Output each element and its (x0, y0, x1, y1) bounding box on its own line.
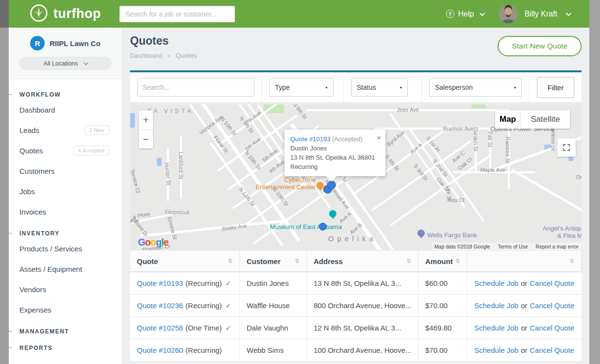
quote-link[interactable]: Quote #10236 (137, 301, 183, 310)
angels-antiques-label[interactable]: Angel's Antiqu & Flea M (528, 225, 582, 239)
map-zoom-control: + − (139, 111, 153, 149)
amount-cell: $70.00 (418, 295, 467, 316)
locations-label: All Locations (44, 60, 78, 67)
sort-icon[interactable]: ⇅ (406, 258, 411, 265)
street-label: Brannon Ave (443, 126, 474, 132)
column-header[interactable]: Customer ⇅ (240, 251, 307, 271)
sidebar-item-label: Leads (19, 126, 39, 134)
pond (568, 157, 573, 161)
sidebar-item[interactable]: Jobs (9, 181, 122, 201)
cyberzone-pin-icon[interactable] (317, 182, 324, 189)
museum-label[interactable]: Museum of East Alabama (270, 223, 342, 231)
brand-logo[interactable]: turfhop (29, 3, 101, 25)
sidebar-item-label: Customers (19, 167, 55, 175)
fullscreen-button[interactable] (557, 138, 576, 157)
select-caret-icon: ▾ (400, 85, 402, 90)
museum-pin-icon[interactable] (329, 210, 336, 217)
section-dashes: --- (9, 230, 12, 235)
cancel-quote-link[interactable]: Cancel Quote (530, 346, 574, 354)
actions-cell: Schedule Job or Cancel Quote (467, 272, 582, 294)
sidebar-item[interactable]: Vendors (9, 279, 122, 299)
cancel-quote-link[interactable]: Cancel Quote (530, 301, 574, 310)
quote-link[interactable]: Quote #10193 (137, 279, 183, 287)
sort-icon[interactable]: ⇅ (455, 258, 460, 265)
user-menu[interactable]: Billy Kraft (524, 10, 557, 18)
wells-fargo-pin-icon[interactable]: $ (417, 230, 425, 237)
quote-cell: Quote #10193 (Recurring) ✓ (130, 272, 240, 294)
breadcrumb-dashboard[interactable]: Dashboard (130, 52, 162, 59)
popup-quote-link[interactable]: Quote #10193 (290, 135, 330, 143)
type-select[interactable]: Type ▾ (269, 78, 333, 97)
sidebar-item[interactable]: Expenses (9, 299, 122, 320)
fullscreen-icon (563, 144, 570, 151)
company-avatar: R (30, 36, 45, 50)
sidebar-item[interactable]: Leads 2 New (9, 120, 122, 140)
column-header[interactable]: Quote ⇅ (130, 251, 240, 271)
angels-line1: Angel's Antiqu (528, 225, 582, 232)
sidebar-item[interactable]: Customers (9, 161, 122, 181)
section-reports[interactable]: --- REPORTS (9, 336, 122, 353)
amount-cell: $469.80 (418, 317, 467, 339)
cyberzone-label[interactable]: CyberZone Entertainment Center (227, 176, 316, 191)
chevron-down-icon (480, 10, 485, 16)
quote-link[interactable]: Quote #10260 (137, 346, 183, 354)
sidebar-item[interactable]: Dashboard (9, 99, 122, 120)
company-name: RIIPL Lawn Co (50, 39, 100, 48)
filter-button[interactable]: Filter (537, 77, 574, 98)
close-icon[interactable]: × (377, 133, 381, 142)
report-error-link[interactable]: Report a map error (535, 244, 579, 249)
column-header[interactable]: Address ⇅ (307, 251, 418, 271)
cyberzone-line1: CyberZone (227, 176, 316, 183)
sidebar-item[interactable]: Invoices (9, 201, 122, 222)
quotes-search-input[interactable] (137, 78, 254, 97)
column-header[interactable]: Amount ⇅ (418, 251, 467, 271)
turfhop-grass-icon (29, 3, 49, 25)
wells-fargo-label[interactable]: Wells Fargo Bank (427, 232, 477, 239)
satellite-view-button[interactable]: Satellite (520, 110, 570, 129)
breadcrumb-separator: › (168, 52, 170, 59)
sidebar-item[interactable]: Assets / Equipment (9, 259, 122, 279)
table-row: Quote #10258 (One Time) ✓ Dale Vaughn 12… (130, 317, 582, 339)
start-new-quote-button[interactable]: Start New Quote (498, 36, 582, 56)
column-header[interactable]: ⇅ (467, 251, 582, 271)
global-search-input[interactable] (119, 6, 235, 22)
sidebar-item[interactable]: Products / Services (9, 238, 122, 259)
schedule-job-link[interactable]: Schedule Job (474, 346, 518, 354)
section-dashes: --- (9, 91, 12, 97)
map-view-button[interactable]: Map (495, 110, 520, 129)
street-label: Ave A (338, 211, 352, 224)
status-select[interactable]: Status ▾ (351, 78, 408, 97)
cancel-quote-link[interactable]: Cancel Quote (530, 279, 574, 287)
sort-icon[interactable]: ⇅ (295, 258, 300, 265)
quote-marker[interactable] (327, 181, 336, 189)
cancel-quote-link[interactable]: Cancel Quote (530, 324, 574, 332)
locations-dropdown[interactable]: All Locations (19, 57, 111, 70)
main-content: Quotes Dashboard › Quotes Start New Quot… (122, 28, 589, 364)
sort-icon[interactable]: ⇅ (569, 258, 574, 265)
quotes-map[interactable]: Jeter Ave Brannon Ave Byrd Ave Ave A S 1… (130, 104, 582, 250)
help-menu[interactable]: ? Help (446, 10, 484, 18)
terms-of-use-link[interactable]: Terms of Use (498, 244, 528, 249)
google-logo[interactable]: Google (138, 237, 168, 248)
user-avatar[interactable] (499, 5, 517, 23)
schedule-job-link[interactable]: Schedule Job (474, 279, 518, 287)
schedule-job-link[interactable]: Schedule Job (474, 324, 518, 332)
amount-cell: $70.00 (418, 339, 467, 361)
schedule-job-link[interactable]: Schedule Job (474, 301, 518, 310)
sort-icon[interactable]: ⇅ (228, 258, 233, 265)
left-gray-strip (0, 0, 9, 364)
salesperson-select[interactable]: Salesperson ▾ (429, 78, 522, 97)
street-label: Lankford St (178, 152, 184, 179)
check-icon: ✓ (225, 324, 232, 332)
or-text: or (521, 324, 527, 332)
zoom-out-button[interactable]: − (139, 130, 153, 149)
table-row: Quote #10260 (Recurring) Webb Sims 100 O… (130, 339, 582, 362)
quote-link[interactable]: Quote #10258 (137, 324, 183, 332)
street-label: Maple Ave (480, 167, 505, 173)
sidebar-item[interactable]: Quotes 4 Accepted (9, 140, 122, 161)
section-management[interactable]: --- MANAGEMENT (9, 320, 122, 336)
zoom-in-button[interactable]: + (139, 111, 153, 130)
sidebar-item-label: Invoices (19, 208, 46, 216)
quote-marker[interactable] (319, 223, 327, 231)
address-cell: 13 N 8th St, Opelika AL 3... (307, 272, 418, 294)
